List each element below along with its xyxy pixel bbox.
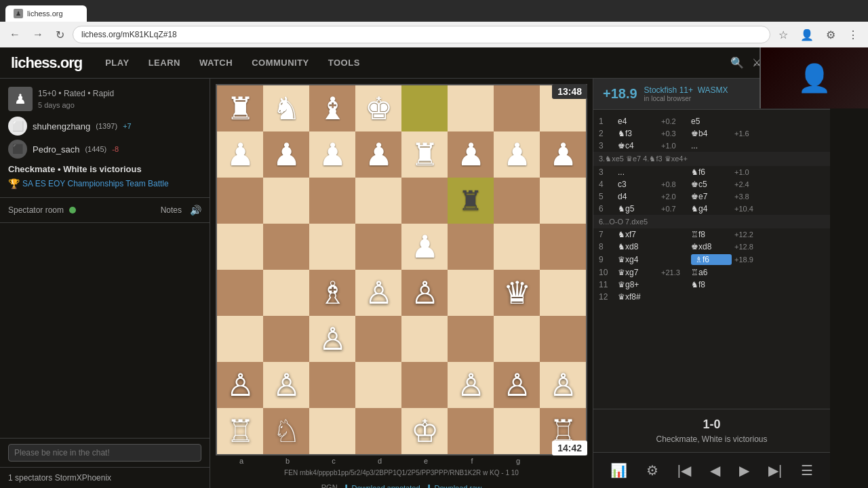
analysis-icon[interactable]: 📊 <box>605 460 633 481</box>
move-row-4: 4 c3 +0.8 ♚c5 +2.4 <box>593 178 830 190</box>
cell-b3 <box>263 316 309 362</box>
cell-f7: ♟ <box>448 131 494 178</box>
white-player-row: ⬜ shuhengzhang (1397) +7 <box>8 117 201 136</box>
cell-c7: ♟ <box>309 131 355 178</box>
first-move-button[interactable]: |◀ <box>672 460 696 481</box>
cell-h3 <box>540 316 586 362</box>
bookmark-button[interactable]: ☆ <box>774 26 792 44</box>
controls-bar: 📊 ⚙ |◀ ◀ ▶ ▶| ☰ <box>593 452 830 488</box>
spectator-label: Spectator room <box>8 205 64 215</box>
engine-mode: WASMX <box>698 85 728 95</box>
cell-g8 <box>494 85 540 131</box>
cell-h6 <box>540 178 586 224</box>
chess-board: ♜ ♞ ♝ ♚ ♟ ♟ ♟ ♟ ♜ <box>216 84 587 455</box>
timer-top: 13:48 <box>552 84 587 99</box>
cell-a7: ♟ <box>217 131 263 178</box>
next-move-button[interactable]: ▶ <box>734 460 755 481</box>
engine-name: Stockfish 11+ <box>644 85 693 95</box>
webcam-feed: 👤 <box>761 47 868 108</box>
tab-title: lichess.org <box>27 9 79 18</box>
cell-f5 <box>448 224 494 270</box>
nav-play[interactable]: PLAY <box>98 54 136 72</box>
cell-c1 <box>309 408 355 454</box>
site-header: lichess.org PLAY LEARN WATCH COMMUNITY T… <box>0 47 868 79</box>
extension-button[interactable]: ⚙ <box>822 26 840 44</box>
menu-icon[interactable]: ☰ <box>795 460 818 481</box>
profile-button[interactable]: 👤 <box>796 26 818 44</box>
move-row-11: 11 ♛g8+ ♞f8 <box>593 279 830 291</box>
cell-e8 <box>401 85 448 131</box>
cell-a1: ♖ <box>217 408 263 454</box>
notes-icon[interactable]: 🔊 <box>190 205 201 216</box>
cell-a5 <box>217 224 263 270</box>
site-logo[interactable]: lichess.org <box>11 54 82 72</box>
search-icon[interactable]: 🔍 <box>730 56 744 69</box>
browser-chrome: ♟ lichess.org ← → ↻ lichess.org/mK81KLqZ… <box>0 0 868 47</box>
cell-g5 <box>494 224 540 270</box>
active-tab[interactable]: ♟ lichess.org <box>5 5 87 22</box>
cell-c6 <box>309 178 355 224</box>
timer-bottom: 14:42 <box>552 441 587 455</box>
chat-input[interactable] <box>8 444 201 462</box>
chat-area <box>0 223 210 438</box>
engine-sub: in local browser <box>644 95 728 102</box>
notes-button[interactable]: Notes <box>161 205 182 215</box>
game-info: ♟ 15+0 • Rated • Rapid 5 days ago ⬜ shuh… <box>0 79 210 198</box>
move-row-1: 1 e4 +0.2 e5 <box>593 115 830 127</box>
content-area: ♟ 15+0 • Rated • Rapid 5 days ago ⬜ shuh… <box>0 79 868 488</box>
game-type: 15+0 • Rated • Rapid <box>38 89 114 98</box>
move-row-3b: 3 ... ♞f6 +1.0 <box>593 166 830 178</box>
left-panel: ♟ 15+0 • Rated • Rapid 5 days ago ⬜ shuh… <box>0 79 210 488</box>
coord-e: e <box>403 457 449 465</box>
last-move-button[interactable]: ▶| <box>763 460 787 481</box>
cell-b1: ♘ <box>263 408 309 454</box>
tournament-link[interactable]: 🏆 SA ES EOY Championships Team Battle <box>8 178 201 189</box>
black-rating: (1445) <box>85 145 106 153</box>
forward-button[interactable]: → <box>28 26 47 43</box>
webcam-overlay: 👤 <box>760 47 868 108</box>
cell-c3: ♙ <box>309 316 355 362</box>
computer-icon[interactable]: ⚙ <box>641 460 664 481</box>
cell-e4: ♙ <box>401 270 448 316</box>
cell-e1: ♔ <box>401 408 448 454</box>
cell-d8: ♚ <box>355 85 401 131</box>
coord-d: d <box>357 457 403 465</box>
prev-move-button[interactable]: ◀ <box>705 460 726 481</box>
coord-c: c <box>311 457 357 465</box>
pgn-raw-btn[interactable]: ⬇ Download raw <box>426 483 482 488</box>
cell-b7: ♟ <box>263 131 309 178</box>
browser-toolbar: ← → ↻ lichess.org/mK81KLqZ#18 ☆ 👤 ⚙ ⋮ <box>0 22 868 47</box>
cell-g1 <box>494 408 540 454</box>
cell-d4: ♙ <box>355 270 401 316</box>
nav-community[interactable]: COMMUNITY <box>245 54 316 72</box>
move-row-5: 5 d4 +2.0 ♚e7 +3.8 <box>593 190 830 203</box>
chat-input-area <box>0 438 210 467</box>
file-coords: a b c d e f g <box>216 457 587 465</box>
coord-a: a <box>218 457 264 465</box>
nav-learn[interactable]: LEARN <box>142 54 187 72</box>
cell-g6 <box>494 178 540 224</box>
back-button[interactable]: ← <box>5 26 24 43</box>
moves-list[interactable]: 1 e4 +0.2 e5 2 ♞f3 +0.3 ♚b4 +1.6 3 <box>593 110 830 409</box>
cell-e5: ♟ <box>401 224 448 270</box>
eval-value: +18.9 <box>603 86 637 102</box>
game-time: 5 days ago <box>38 101 114 109</box>
reload-button[interactable]: ↻ <box>52 26 68 44</box>
cell-g3 <box>494 316 540 362</box>
cell-b6 <box>263 178 309 224</box>
coord-h <box>541 457 587 465</box>
address-bar[interactable]: lichess.org/mK81KLqZ#18 <box>73 26 770 43</box>
cell-b2: ♙ <box>263 362 309 408</box>
result-score: 1-0 <box>601 418 822 432</box>
cell-f8 <box>448 85 494 131</box>
menu-button[interactable]: ⋮ <box>844 26 863 44</box>
nav-watch[interactable]: WATCH <box>193 54 239 72</box>
coord-b: b <box>264 457 311 465</box>
cell-f4 <box>448 270 494 316</box>
game-result: Checkmate • White is victorious <box>8 164 201 174</box>
move-row-8: 8 ♞xd8 ♚xd8 +12.8 <box>593 241 830 253</box>
cell-a3 <box>217 316 263 362</box>
pgn-annotated-btn[interactable]: ⬇ Download annotated <box>343 483 420 488</box>
nav-tools[interactable]: TOOLS <box>321 54 367 72</box>
spectator-section: Spectator room Notes 🔊 <box>0 198 210 223</box>
